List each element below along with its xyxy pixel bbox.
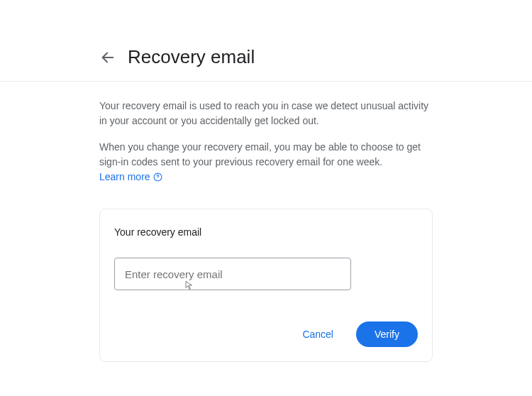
verify-button[interactable]: Verify: [356, 321, 418, 347]
learn-more-link[interactable]: Learn more: [99, 170, 163, 185]
description-paragraph-2-text: When you change your recovery email, you…: [99, 141, 421, 167]
page-header: Recovery email: [0, 0, 532, 82]
description-paragraph-2: When you change your recovery email, you…: [99, 140, 433, 185]
input-wrap: [114, 258, 418, 290]
page-title: Recovery email: [128, 46, 255, 68]
button-row: Cancel Verify: [114, 321, 418, 347]
card-label: Your recovery email: [114, 226, 418, 238]
help-icon: [153, 172, 163, 182]
main-content: Your recovery email is used to reach you…: [99, 82, 433, 362]
description-paragraph-1: Your recovery email is used to reach you…: [99, 99, 433, 128]
recovery-email-input[interactable]: [114, 258, 351, 290]
learn-more-text: Learn more: [99, 170, 150, 185]
svg-point-2: [157, 179, 158, 180]
cancel-button[interactable]: Cancel: [295, 323, 340, 346]
recovery-email-card: Your recovery email Cancel Verify: [99, 209, 433, 362]
back-arrow-icon[interactable]: [99, 49, 116, 66]
